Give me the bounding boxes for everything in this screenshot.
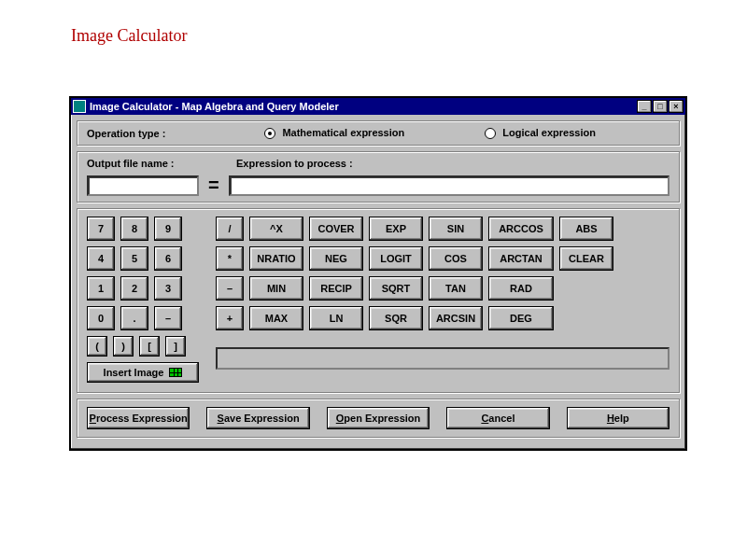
expression-input[interactable] — [229, 175, 669, 196]
fn-powx[interactable]: ^X — [249, 217, 303, 241]
radio-logical-label: Logical expression — [502, 127, 596, 138]
app-window: Image Calculator - Map Algebra and Query… — [69, 96, 687, 451]
action-panel: Process Expression Save Expression Open … — [77, 399, 680, 438]
key-rbracket[interactable]: ] — [165, 336, 186, 357]
fn-abs[interactable]: ABS — [559, 217, 613, 241]
bracket-row: ( ) [ ] — [87, 336, 199, 357]
radio-mathematical[interactable]: Mathematical expression — [264, 127, 404, 139]
fn-arctan[interactable]: ARCTAN — [488, 246, 554, 271]
grid-icon — [169, 368, 182, 377]
insert-image-button[interactable]: Insert Image — [87, 362, 199, 383]
fn-rad[interactable]: RAD — [488, 276, 554, 301]
fn-sqrt[interactable]: SQRT — [369, 276, 423, 301]
key-4[interactable]: 4 — [87, 246, 115, 271]
equals-sign: = — [208, 175, 219, 196]
status-readout — [216, 347, 669, 370]
key-lparen[interactable]: ( — [87, 336, 107, 357]
key-2[interactable]: 2 — [120, 276, 148, 301]
key-5[interactable]: 5 — [120, 246, 148, 271]
save-expression-button[interactable]: Save Expression — [206, 407, 309, 429]
fn-ln[interactable]: LN — [309, 306, 363, 330]
help-label-rest: elp — [614, 413, 629, 424]
key-3[interactable]: 3 — [154, 276, 182, 301]
key-0[interactable]: 0 — [87, 306, 115, 330]
key-dot[interactable]: . — [120, 306, 148, 330]
fn-min[interactable]: MIN — [249, 276, 303, 301]
key-7[interactable]: 7 — [87, 217, 115, 241]
radio-mathematical-label: Mathematical expression — [282, 127, 404, 138]
fn-tan[interactable]: TAN — [429, 276, 483, 301]
fn-max[interactable]: MAX — [249, 306, 303, 330]
operation-type-panel: Operation type : Mathematical expression… — [77, 120, 680, 146]
fn-clear[interactable]: CLEAR — [559, 246, 613, 271]
save-label-rest: ave Expression — [224, 413, 300, 424]
process-expression-button[interactable]: Process Expression — [87, 407, 190, 429]
radio-dot-icon — [264, 128, 275, 139]
fn-arcsin[interactable]: ARCSIN — [429, 306, 483, 330]
output-file-input[interactable] — [87, 175, 199, 196]
insert-image-label: Insert Image — [104, 367, 164, 378]
system-menu-icon[interactable] — [73, 100, 86, 113]
key-lbracket[interactable]: [ — [139, 336, 160, 357]
op-divide[interactable]: / — [216, 217, 244, 241]
fn-cover[interactable]: COVER — [309, 217, 363, 241]
op-multiply[interactable]: * — [216, 246, 244, 271]
close-button[interactable]: × — [669, 100, 684, 113]
fn-arccos[interactable]: ARCCOS — [488, 217, 554, 241]
numpad: 7 8 9 4 5 6 1 2 3 — [87, 217, 199, 330]
fn-logit[interactable]: LOGIT — [369, 246, 423, 271]
key-9[interactable]: 9 — [154, 217, 182, 241]
fn-sqr[interactable]: SQR — [369, 306, 423, 330]
fields-panel: Output file name : Expression to process… — [77, 151, 680, 203]
fn-nratio[interactable]: NRATIO — [249, 246, 303, 271]
keypad-panel: 7 8 9 4 5 6 1 2 3 — [77, 208, 680, 393]
titlebar: Image Calculator - Map Algebra and Query… — [71, 98, 685, 115]
fn-recip[interactable]: RECIP — [309, 276, 363, 301]
page-heading: Image Calculator — [71, 26, 747, 46]
key-1[interactable]: 1 — [87, 276, 115, 301]
cancel-label-rest: ancel — [488, 413, 514, 424]
fn-exp[interactable]: EXP — [369, 217, 423, 241]
window-title: Image Calculator - Map Algebra and Query… — [90, 101, 637, 112]
fn-neg[interactable]: NEG — [309, 246, 363, 271]
cancel-button[interactable]: Cancel — [446, 407, 549, 429]
maximize-button[interactable]: □ — [653, 100, 668, 113]
fn-cos[interactable]: COS — [429, 246, 483, 271]
help-button[interactable]: Help — [567, 407, 669, 429]
minimize-button[interactable]: _ — [637, 100, 652, 113]
fn-deg[interactable]: DEG — [488, 306, 554, 330]
key-negate[interactable]: – — [154, 306, 182, 330]
process-label-rest: rocess Expression — [96, 413, 188, 424]
fn-sin[interactable]: SIN — [429, 217, 483, 241]
key-6[interactable]: 6 — [154, 246, 182, 271]
operation-type-label: Operation type : — [87, 128, 165, 139]
output-file-label: Output file name : — [87, 158, 236, 169]
radio-logical[interactable]: Logical expression — [485, 127, 596, 139]
open-expression-button[interactable]: Open Expression — [327, 407, 430, 429]
radio-dot-icon — [485, 128, 496, 139]
op-minus[interactable]: – — [216, 276, 244, 301]
op-plus[interactable]: + — [216, 306, 244, 330]
expression-label: Expression to process : — [236, 158, 353, 169]
open-label-rest: pen Expression — [344, 413, 420, 424]
key-8[interactable]: 8 — [120, 217, 148, 241]
key-rparen[interactable]: ) — [113, 336, 134, 357]
